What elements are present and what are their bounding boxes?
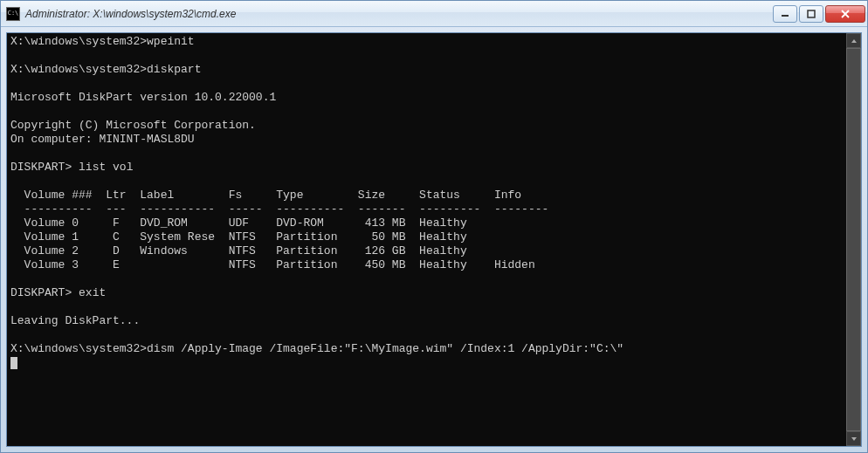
chevron-up-icon (851, 38, 858, 44)
vertical-scrollbar[interactable] (846, 33, 861, 446)
console-output[interactable]: X:\windows\system32>wpeinit X:\windows\s… (7, 33, 846, 446)
window-controls (771, 5, 865, 23)
close-button[interactable] (825, 5, 865, 23)
table-header: Volume ### Ltr Label Fs Type Size Status… (10, 189, 521, 202)
svg-rect-1 (808, 10, 815, 17)
line: X:\windows\system32>diskpart (10, 63, 201, 76)
scroll-down-button[interactable] (846, 431, 861, 446)
minimize-button[interactable] (773, 5, 797, 23)
table-row: Volume 1 C System Rese NTFS Partition 50… (10, 230, 467, 244)
table-divider: ---------- --- ----------- ----- -------… (10, 202, 548, 216)
line: X:\windows\system32>wpeinit (10, 35, 195, 48)
maximize-button[interactable] (799, 5, 823, 23)
titlebar[interactable]: C:\ Administrator: X:\windows\system32\c… (1, 1, 867, 27)
console-area: X:\windows\system32>wpeinit X:\windows\s… (6, 32, 862, 447)
cmd-icon: C:\ (6, 7, 20, 21)
line: Copyright (C) Microsoft Corporation. (10, 119, 256, 132)
maximize-icon (807, 10, 816, 18)
minimize-icon (781, 10, 789, 18)
scroll-thumb[interactable] (846, 48, 861, 431)
line: On computer: MININT-MASL8DU (10, 133, 195, 146)
svg-rect-0 (782, 15, 789, 17)
table-row: Volume 3 E NTFS Partition 450 MB Healthy… (10, 258, 535, 271)
line: X:\windows\system32>dism /Apply-Image /I… (10, 342, 623, 355)
text-cursor (10, 357, 17, 369)
cmd-window: C:\ Administrator: X:\windows\system32\c… (0, 0, 868, 453)
table-row: Volume 2 D Windows NTFS Partition 126 GB… (10, 244, 467, 257)
close-icon (840, 10, 851, 18)
line: DISKPART> exit (10, 286, 106, 299)
scroll-track[interactable] (846, 48, 861, 431)
table-row: Volume 0 F DVD_ROM UDF DVD-ROM 413 MB He… (10, 216, 467, 230)
chevron-down-icon (851, 436, 858, 442)
line: Microsoft DiskPart version 10.0.22000.1 (10, 91, 276, 104)
line: DISKPART> list vol (10, 161, 133, 174)
scroll-up-button[interactable] (846, 33, 861, 48)
line: Leaving DiskPart... (10, 314, 140, 327)
window-title: Administrator: X:\windows\system32\cmd.e… (25, 8, 771, 20)
